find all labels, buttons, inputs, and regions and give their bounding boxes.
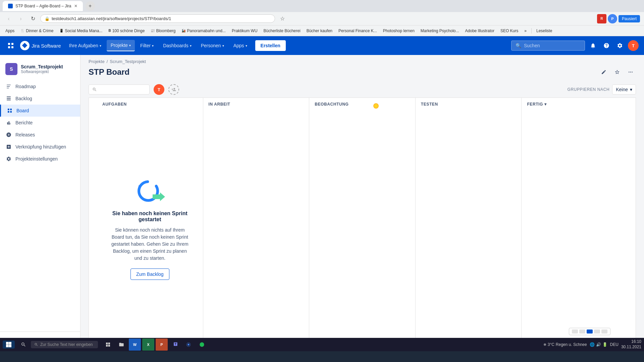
column-label: FERTIG bbox=[527, 102, 543, 107]
column-label: IN ARBEIT bbox=[209, 102, 230, 107]
bookmark-photoshop[interactable]: Photoshop lernen bbox=[380, 27, 417, 35]
bookmark-praktikum[interactable]: Praktikum WU bbox=[229, 27, 260, 35]
sidebar-item-board[interactable]: Board bbox=[0, 105, 80, 117]
breadcrumb-project[interactable]: Scrum_Testprojekt bbox=[110, 59, 146, 64]
column-header-beobachtung: BEOBACHTUNG bbox=[309, 98, 415, 111]
tab-close-btn[interactable]: ✕ bbox=[74, 4, 77, 8]
column-body-aufgaben: Sie haben noch keinen Sprint gestartet S… bbox=[97, 111, 203, 348]
taskbar-search[interactable]: Zur Suche Text hier eingeben bbox=[31, 341, 98, 348]
profile-btn[interactable]: P bbox=[608, 14, 617, 23]
bookmark-bucherliste[interactable]: Bücherliste Bücherei bbox=[261, 27, 303, 35]
bookmark-apps[interactable]: Apps bbox=[3, 27, 17, 35]
bookmark-star-btn[interactable]: ☆ bbox=[278, 14, 287, 23]
chrome-btn[interactable] bbox=[182, 339, 195, 351]
nav-personen[interactable]: Personen ▾ bbox=[197, 40, 228, 51]
teams-btn[interactable] bbox=[169, 339, 181, 351]
sidebar-item-releases[interactable]: Releases bbox=[0, 129, 80, 141]
group-by-value: Keine bbox=[616, 87, 628, 92]
empty-state-title: Sie haben noch keinen Sprint gestartet bbox=[110, 210, 190, 223]
board-avatar-t[interactable]: T bbox=[154, 84, 164, 95]
sidebar-item-roadmap[interactable]: Roadmap bbox=[0, 80, 80, 93]
powerpoint-btn[interactable]: P bbox=[156, 339, 168, 351]
task-view-btn[interactable] bbox=[102, 339, 114, 351]
group-by-select[interactable]: Keine ▾ bbox=[612, 84, 636, 95]
search-taskbar-btn[interactable] bbox=[17, 339, 30, 351]
bookmark-bloomberg[interactable]: 📰 Bloomberg bbox=[148, 27, 178, 35]
extension-btn-1[interactable]: R bbox=[597, 14, 606, 23]
sidebar-item-add-link[interactable]: Verknüpfung hinzufügen bbox=[0, 141, 80, 153]
nav-projekte[interactable]: Projekte ▾ bbox=[107, 40, 135, 51]
edit-board-btn[interactable] bbox=[598, 67, 609, 77]
jira-logo[interactable]: Jira Software bbox=[20, 41, 61, 50]
nav-aufgaben[interactable]: Ihre Aufgaben ▾ bbox=[65, 40, 105, 51]
bookmark-label: Marketing Psycholo... bbox=[421, 28, 459, 33]
pausiert-btn[interactable]: Pausiert bbox=[619, 15, 640, 22]
board-search[interactable] bbox=[89, 84, 150, 95]
new-tab-btn[interactable]: + bbox=[86, 1, 95, 11]
bookmark-illustrator[interactable]: Adobe Illustrator bbox=[463, 27, 497, 35]
page-header: STP Board bbox=[80, 65, 644, 81]
breadcrumb-projects[interactable]: Projekte bbox=[89, 59, 105, 64]
bookmark-panorama[interactable]: 🚂 Panoramabahn und... bbox=[179, 27, 228, 35]
word-btn[interactable]: W bbox=[129, 339, 141, 351]
chevron-down-icon[interactable]: ▾ bbox=[544, 102, 547, 107]
jira-nav: Ihre Aufgaben ▾ Projekte ▾ Filter ▾ Dash… bbox=[65, 40, 507, 51]
bookmark-more[interactable]: » bbox=[522, 27, 529, 35]
bookmark-bucher[interactable]: Bücher kaufen bbox=[304, 27, 335, 35]
address-bar[interactable]: 🔒 testdeutsch1.atlassian.net/jira/softwa… bbox=[40, 14, 275, 23]
zum-backlog-btn[interactable]: Zum Backlog bbox=[130, 268, 169, 280]
file-explorer-btn[interactable] bbox=[115, 339, 127, 351]
notifications-btn[interactable] bbox=[588, 40, 598, 51]
preview-cell-1 bbox=[572, 329, 578, 334]
forward-btn[interactable]: › bbox=[16, 14, 25, 23]
bookmark-leseliste[interactable]: Leseliste bbox=[534, 27, 555, 35]
bookmark-dinner[interactable]: 🍴 Dinner & Crime bbox=[18, 27, 56, 35]
column-header-testen: TESTEN bbox=[416, 98, 522, 111]
volume-icon: 🔊 bbox=[596, 342, 601, 347]
bookmark-100[interactable]: B 100 schöne Dinge bbox=[106, 27, 147, 35]
svg-rect-6 bbox=[7, 88, 9, 88]
bookmark-finance[interactable]: Personal Finance K... bbox=[336, 27, 380, 35]
network-icon: 🌐 bbox=[590, 342, 595, 347]
board-add-member-btn[interactable] bbox=[168, 84, 179, 95]
sidebar-item-settings[interactable]: Projekteinstellungen bbox=[0, 153, 80, 165]
status-bar bbox=[0, 351, 644, 362]
bookmark-marketing[interactable]: Marketing Psycholo... bbox=[418, 27, 462, 35]
refresh-btn[interactable]: ↻ bbox=[28, 14, 38, 23]
svg-rect-3 bbox=[11, 46, 13, 48]
bookmark-label: Social Media Mana... bbox=[65, 28, 102, 33]
grid-menu-btn[interactable] bbox=[5, 40, 16, 51]
sidebar-nav: Roadmap Backlog Board Berichte bbox=[0, 80, 80, 331]
start-btn[interactable] bbox=[3, 341, 15, 349]
project-header: S Scrum_Testprojekt Softwareprojekt bbox=[0, 60, 80, 80]
svg-rect-21 bbox=[108, 343, 110, 344]
excel-btn[interactable]: X bbox=[142, 339, 154, 351]
browser-tab[interactable]: STP Board – Agile-Board – Jira ✕ bbox=[3, 1, 83, 11]
sidebar-item-backlog[interactable]: Backlog bbox=[0, 93, 80, 105]
search-input[interactable] bbox=[524, 43, 581, 48]
column-label: TESTEN bbox=[421, 102, 438, 107]
more-options-btn[interactable] bbox=[625, 67, 636, 77]
bookmark-label: Apps bbox=[5, 28, 14, 33]
user-avatar-btn[interactable]: T bbox=[628, 40, 639, 51]
back-btn[interactable]: ‹ bbox=[4, 14, 13, 23]
sidebar-item-berichte[interactable]: Berichte bbox=[0, 117, 80, 129]
taskbar-search-text: Zur Suche Text hier eingeben bbox=[40, 342, 93, 347]
settings-btn[interactable] bbox=[614, 40, 625, 51]
svg-rect-9 bbox=[7, 100, 11, 100]
sprint-empty-icon bbox=[133, 178, 167, 205]
spotify-btn[interactable] bbox=[196, 339, 208, 351]
star-board-btn[interactable] bbox=[612, 67, 623, 77]
nav-apps[interactable]: Apps ▾ bbox=[229, 40, 251, 51]
column-aufgaben: AUFGABEN bbox=[97, 98, 203, 348]
preview-cell-3 bbox=[587, 329, 593, 334]
create-btn[interactable]: Erstellen bbox=[255, 40, 286, 51]
help-btn[interactable] bbox=[601, 40, 612, 51]
nav-dashboards[interactable]: Dashboards ▾ bbox=[159, 40, 196, 51]
bookmark-seo[interactable]: SEO Kurs bbox=[498, 27, 521, 35]
search-bar[interactable]: 🔍 bbox=[511, 41, 585, 51]
board-search-input[interactable] bbox=[99, 87, 146, 92]
bookmark-social[interactable]: 📱 Social Media Mana... bbox=[57, 27, 105, 35]
nav-filter[interactable]: Filter ▾ bbox=[136, 40, 158, 51]
releases-icon bbox=[5, 131, 12, 138]
